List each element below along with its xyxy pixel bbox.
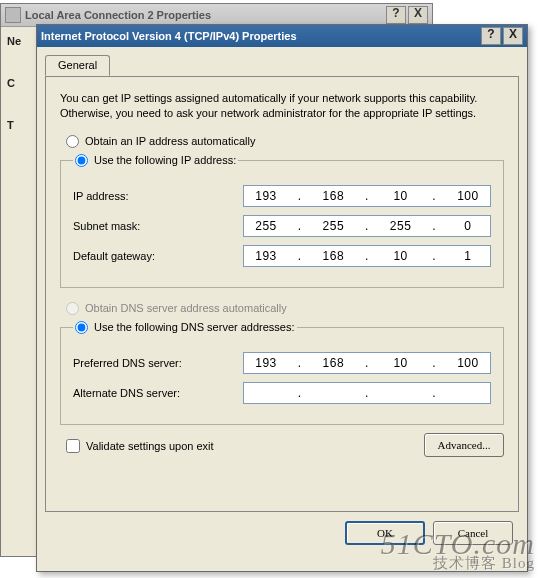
- cancel-button[interactable]: Cancel: [433, 521, 513, 545]
- ip-oct-4[interactable]: 100: [452, 189, 484, 203]
- pdns-oct-2[interactable]: 168: [317, 356, 349, 370]
- tab-strip: General: [45, 55, 519, 77]
- radio-use-ip-row[interactable]: Use the following IP address:: [75, 154, 236, 167]
- radio-use-dns[interactable]: [75, 321, 88, 334]
- default-gateway-label: Default gateway:: [73, 250, 243, 262]
- gw-oct-3[interactable]: 10: [385, 249, 417, 263]
- validate-settings-checkbox[interactable]: [66, 439, 80, 453]
- dialog-close-button[interactable]: X: [503, 27, 523, 45]
- ip-oct-3[interactable]: 10: [385, 189, 417, 203]
- default-gateway-input[interactable]: 193. 168. 10. 1: [243, 245, 491, 267]
- subnet-oct-4[interactable]: 0: [452, 219, 484, 233]
- ip-oct-1[interactable]: 193: [250, 189, 282, 203]
- gw-oct-1[interactable]: 193: [250, 249, 282, 263]
- parent-close-button[interactable]: X: [408, 6, 428, 24]
- preferred-dns-row: Preferred DNS server: 193. 168. 10. 100: [73, 352, 491, 374]
- radio-use-dns-row[interactable]: Use the following DNS server addresses:: [75, 321, 295, 334]
- radio-obtain-ip[interactable]: [66, 135, 79, 148]
- dialog-button-bar: OK Cancel: [37, 521, 527, 545]
- ip-address-input[interactable]: 193. 168. 10. 100: [243, 185, 491, 207]
- gw-oct-4[interactable]: 1: [452, 249, 484, 263]
- preferred-dns-label: Preferred DNS server:: [73, 357, 243, 369]
- validate-settings-label: Validate settings upon exit: [86, 440, 214, 452]
- radio-use-dns-label: Use the following DNS server addresses:: [94, 321, 295, 333]
- dialog-title: Internet Protocol Version 4 (TCP/IPv4) P…: [41, 30, 297, 42]
- alternate-dns-input[interactable]: . . .: [243, 382, 491, 404]
- ipv4-properties-dialog: Internet Protocol Version 4 (TCP/IPv4) P…: [36, 24, 528, 572]
- subnet-mask-row: Subnet mask: 255. 255. 255. 0: [73, 215, 491, 237]
- ip-address-group: Use the following IP address: IP address…: [60, 154, 504, 288]
- ip-address-label: IP address:: [73, 190, 243, 202]
- radio-obtain-ip-label: Obtain an IP address automatically: [85, 135, 255, 147]
- dns-group: Use the following DNS server addresses: …: [60, 321, 504, 425]
- default-gateway-row: Default gateway: 193. 168. 10. 1: [73, 245, 491, 267]
- subnet-oct-1[interactable]: 255: [250, 219, 282, 233]
- parent-window-title: Local Area Connection 2 Properties: [25, 9, 211, 21]
- subnet-oct-3[interactable]: 255: [385, 219, 417, 233]
- radio-obtain-dns-row: Obtain DNS server address automatically: [66, 302, 504, 315]
- preferred-dns-input[interactable]: 193. 168. 10. 100: [243, 352, 491, 374]
- subnet-oct-2[interactable]: 255: [317, 219, 349, 233]
- pdns-oct-1[interactable]: 193: [250, 356, 282, 370]
- parent-help-button[interactable]: ?: [386, 6, 406, 24]
- advanced-button[interactable]: Advanced...: [424, 433, 504, 457]
- window-app-icon: [5, 7, 21, 23]
- alternate-dns-row: Alternate DNS server: . . .: [73, 382, 491, 404]
- dialog-titlebar: Internet Protocol Version 4 (TCP/IPv4) P…: [37, 25, 527, 47]
- radio-obtain-dns-label: Obtain DNS server address automatically: [85, 302, 287, 314]
- pdns-oct-3[interactable]: 10: [385, 356, 417, 370]
- radio-obtain-ip-row[interactable]: Obtain an IP address automatically: [66, 135, 504, 148]
- subnet-mask-label: Subnet mask:: [73, 220, 243, 232]
- tab-general[interactable]: General: [45, 55, 110, 76]
- alternate-dns-label: Alternate DNS server:: [73, 387, 243, 399]
- ip-address-row: IP address: 193. 168. 10. 100: [73, 185, 491, 207]
- intro-text: You can get IP settings assigned automat…: [60, 91, 504, 121]
- radio-use-ip[interactable]: [75, 154, 88, 167]
- ok-button[interactable]: OK: [345, 521, 425, 545]
- gw-oct-2[interactable]: 168: [317, 249, 349, 263]
- subnet-mask-input[interactable]: 255. 255. 255. 0: [243, 215, 491, 237]
- pdns-oct-4[interactable]: 100: [452, 356, 484, 370]
- radio-obtain-dns: [66, 302, 79, 315]
- tab-panel-general: You can get IP settings assigned automat…: [45, 76, 519, 512]
- dialog-help-button[interactable]: ?: [481, 27, 501, 45]
- radio-use-ip-label: Use the following IP address:: [94, 154, 236, 166]
- ip-oct-2[interactable]: 168: [317, 189, 349, 203]
